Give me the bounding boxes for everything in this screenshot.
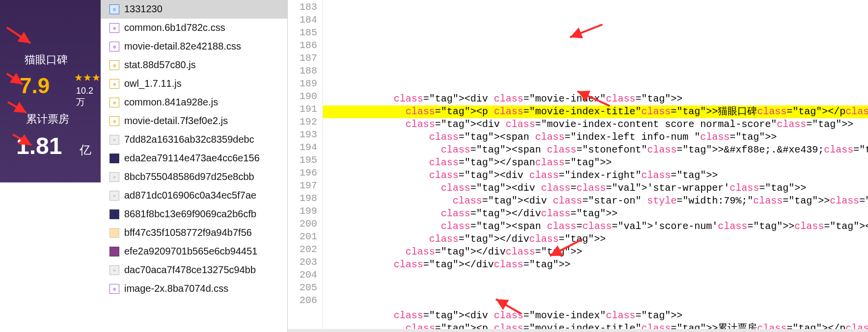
line-number: 201 <box>288 230 322 243</box>
line-number: 200 <box>288 218 322 230</box>
line-number: 199 <box>288 205 322 218</box>
file-row[interactable]: ⟐common.841a928e.js <box>101 93 287 112</box>
code-line[interactable] <box>323 297 868 309</box>
js-file-icon: ⟐ <box>109 79 119 89</box>
file-name: common.841a928e.js <box>124 97 218 108</box>
line-number: 203 <box>288 256 322 269</box>
rating-count: 10.2万 <box>76 86 101 108</box>
css-file-icon: ⟐ <box>109 23 119 33</box>
file-row[interactable]: ▫7dd82a16316ab32c8359debc <box>101 130 287 149</box>
code-line[interactable]: class="tag"><div class="index-right"clas… <box>323 169 868 182</box>
line-number: 190 <box>288 90 322 103</box>
file-name: dac70aca7f478ce13275c94bb <box>124 264 256 276</box>
file-row[interactable]: ⟐owl_1.7.11.js <box>101 75 287 93</box>
pic-file-icon <box>109 153 119 163</box>
code-line[interactable]: class="tag"></divclass="tag">> <box>323 246 868 258</box>
line-number: 205 <box>288 281 322 294</box>
line-number: 191 <box>288 103 322 116</box>
line-number: 187 <box>288 52 322 65</box>
code-line[interactable] <box>323 271 868 284</box>
line-number: 198 <box>288 192 322 205</box>
pic2-file-icon <box>109 247 119 256</box>
line-number: 188 <box>288 65 322 77</box>
line-number: 185 <box>288 26 322 39</box>
img-file-icon: ▫ <box>109 135 119 145</box>
code-line[interactable]: class="tag"><span class=class="val">'sco… <box>323 220 868 233</box>
code-line[interactable]: class="tag"><div class="movie-index"clas… <box>323 309 868 322</box>
file-row[interactable]: ⟐stat.88d57c80.js <box>101 56 287 75</box>
line-number: 202 <box>288 243 322 256</box>
file-name: efe2a9209701b565e6cb94451 <box>124 246 257 257</box>
code-line[interactable]: class="tag"></divclass="tag">> <box>323 258 868 271</box>
code-panel: 1831841851861871881891901911921931941951… <box>288 0 868 332</box>
doc-file-icon: ≡ <box>109 4 119 14</box>
line-number: 184 <box>288 14 322 26</box>
pic-file-icon <box>109 209 119 219</box>
file-row[interactable]: ⟐common.6b1d782c.css <box>101 19 287 37</box>
file-row[interactable]: eda2ea79114e473ae4cc6e156 <box>101 149 287 168</box>
code-line[interactable]: class="tag"></spanclass="tag">> <box>323 156 868 169</box>
file-name: 1331230 <box>124 3 163 15</box>
star-icon: ★★★ <box>74 72 101 83</box>
file-row[interactable]: ⟐movie-detail.82e42188.css <box>101 37 287 56</box>
annotation-arrow-icon <box>6 26 35 46</box>
source-code[interactable]: class="tag"><div class="movie-index"clas… <box>323 0 868 332</box>
code-line[interactable]: class="tag"><div class="movie-index"clas… <box>323 93 868 105</box>
line-number: 186 <box>288 39 322 52</box>
code-line[interactable] <box>323 284 868 297</box>
file-name: ad871dc016906c0a34ec5f7ae <box>124 190 256 201</box>
svg-line-2 <box>8 102 27 113</box>
code-line[interactable]: class="tag"><p class="movie-index-title"… <box>323 105 868 118</box>
rating-score: 7.9 <box>20 74 50 98</box>
css-file-icon: ⟐ <box>109 42 119 51</box>
file-name: 8bcb755048586d97d25e8cbb <box>124 171 254 182</box>
code-line[interactable]: class="tag"><span class="stonefont"class… <box>323 144 868 156</box>
file-name: movie-detail.7f3ef0e2.js <box>124 115 228 127</box>
app-root: 猫眼口碑 7.9 ★★★ 10.2万 累计票房 1.81 亿 ≡1331230⟐… <box>0 0 868 332</box>
boxoffice-value: 1.81 <box>16 132 62 159</box>
img-file-icon: ▫ <box>109 191 119 201</box>
file-list-panel: ≡1331230⟐common.6b1d782c.css⟐movie-detai… <box>101 0 288 332</box>
file-row[interactable]: ▫dac70aca7f478ce13275c94bb <box>101 261 287 280</box>
file-name: common.6b1d782c.css <box>124 22 225 33</box>
file-row[interactable]: ⟐image-2x.8ba7074d.css <box>101 280 287 298</box>
line-gutter: 1831841851861871881891901911921931941951… <box>288 0 323 332</box>
file-name: image-2x.8ba7074d.css <box>124 283 228 294</box>
svg-line-4 <box>570 25 602 37</box>
js-file-icon: ⟐ <box>109 60 119 70</box>
file-row[interactable]: bff47c35f1058772f9a94b7f56 <box>101 224 287 242</box>
horizontal-scrollbar[interactable] <box>288 329 868 332</box>
code-line[interactable]: class="tag"><div class=class="val">'star… <box>323 182 868 195</box>
code-line[interactable]: class="tag"></divclass="tag">> <box>323 233 868 246</box>
line-number: 183 <box>288 1 322 14</box>
file-row[interactable]: efe2a9209701b565e6cb94451 <box>101 242 287 261</box>
line-number: 194 <box>288 141 322 154</box>
js-file-icon: ⟐ <box>109 116 119 126</box>
line-number: 189 <box>288 77 322 90</box>
img-file-icon: ▫ <box>109 265 119 275</box>
file-name: 8681f8bc13e69f9069ca2b6cfb <box>124 208 256 220</box>
code-line[interactable]: class="tag"></divclass="tag">> <box>323 207 868 220</box>
file-row[interactable]: ≡1331230 <box>101 0 287 19</box>
file-name: bff47c35f1058772f9a94b7f56 <box>124 227 252 238</box>
file-row[interactable]: ▫8bcb755048586d97d25e8cbb <box>101 168 287 186</box>
file-row[interactable]: ⟐movie-detail.7f3ef0e2.js <box>101 112 287 130</box>
line-number: 196 <box>288 167 322 179</box>
file-name: eda2ea79114e473ae4cc6e156 <box>124 153 260 164</box>
code-line[interactable]: class="tag"><div class="movie-index-cont… <box>323 118 868 131</box>
img-file-icon: ▫ <box>109 172 119 182</box>
file-name: 7dd82a16316ab32c8359debc <box>124 134 254 145</box>
css-file-icon: ⟐ <box>109 284 119 294</box>
code-line[interactable] <box>323 80 868 93</box>
code-line[interactable]: class="tag"><div class="star-on" style="… <box>323 195 868 207</box>
av-file-icon <box>109 228 119 238</box>
file-row[interactable]: ▫ad871dc016906c0a34ec5f7ae <box>101 186 287 205</box>
svg-line-0 <box>7 27 30 43</box>
code-line[interactable]: class="tag"><span class="index-left info… <box>323 131 868 144</box>
file-row[interactable]: 8681f8bc13e69f9069ca2b6cfb <box>101 205 287 224</box>
file-name: stat.88d57c80.js <box>124 59 196 71</box>
line-number: 206 <box>288 294 322 307</box>
movie-preview-panel: 猫眼口碑 7.9 ★★★ 10.2万 累计票房 1.81 亿 <box>0 0 101 182</box>
line-number: 204 <box>288 269 322 281</box>
js-file-icon: ⟐ <box>109 98 119 107</box>
